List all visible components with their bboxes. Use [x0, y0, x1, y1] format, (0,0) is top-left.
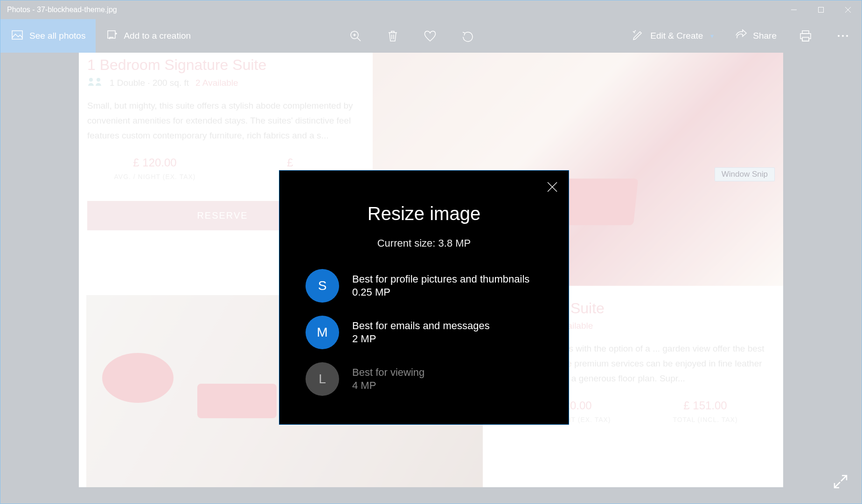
- resize-option-small[interactable]: S Best for profile pictures and thumbnai…: [306, 269, 542, 303]
- size-badge-m: M: [306, 316, 339, 349]
- resize-dialog: Resize image Current size: 3.8 MP S Best…: [279, 170, 569, 425]
- resize-s-size: 0.25 MP: [352, 286, 529, 298]
- resize-l-size: 4 MP: [352, 380, 424, 392]
- resize-m-size: 2 MP: [352, 333, 490, 345]
- resize-option-medium[interactable]: M Best for emails and messages 2 MP: [306, 316, 542, 349]
- resize-s-desc: Best for profile pictures and thumbnails: [352, 273, 529, 285]
- resize-options: S Best for profile pictures and thumbnai…: [279, 269, 569, 396]
- size-badge-s: S: [306, 269, 339, 303]
- modal-close-button[interactable]: [546, 181, 558, 195]
- content-area: 1 Bedroom Signature Suite 1 Double · 200…: [0, 53, 862, 504]
- size-badge-l: L: [306, 362, 339, 396]
- modal-subtitle: Current size: 3.8 MP: [279, 237, 569, 249]
- modal-title: Resize image: [279, 203, 569, 224]
- resize-m-desc: Best for emails and messages: [352, 320, 490, 332]
- resize-l-desc: Best for viewing: [352, 366, 424, 379]
- photos-app-window: Photos - 37-blockhead-theme.jpg See all …: [0, 0, 862, 504]
- resize-option-large: L Best for viewing 4 MP: [306, 362, 542, 396]
